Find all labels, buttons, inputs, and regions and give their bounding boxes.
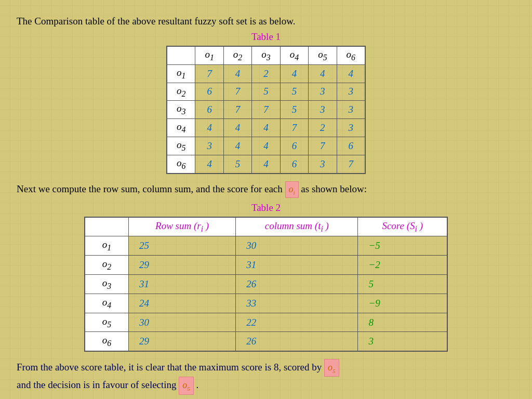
table2-corner	[85, 217, 128, 236]
table1-cell: 3	[309, 83, 337, 101]
table2-col-sum: 22	[236, 313, 358, 332]
table1-row-label: o2	[167, 83, 195, 101]
table2-row-label: o4	[85, 294, 128, 313]
footer-part1: From the above score table, it is clear …	[17, 362, 324, 373]
footer-part3: .	[194, 379, 199, 390]
table1-cell: 6	[280, 155, 308, 173]
table1-corner	[167, 46, 195, 64]
table1-title: Table 1	[17, 31, 515, 43]
footer-paragraph: From the above score table, it is clear …	[17, 359, 515, 394]
table1-row: o2675533	[167, 83, 365, 101]
main-content: The Comparison table of the above result…	[17, 16, 515, 395]
table1-cell: 3	[337, 119, 365, 137]
mid-paragraph: Next we compute the row sum, column sum,…	[17, 181, 515, 198]
table2-score: −9	[358, 294, 447, 313]
table1-header-o4: o4	[280, 46, 308, 64]
table1-cell: 3	[195, 137, 223, 155]
table1-header-o3: o3	[252, 46, 280, 64]
table1-cell: 4	[252, 155, 280, 173]
table1-cell: 4	[337, 64, 365, 83]
table1-cell: 3	[337, 83, 365, 101]
table1-row-label: o3	[167, 101, 195, 119]
table1-cell: 4	[195, 155, 223, 173]
table1-cell: 5	[280, 83, 308, 101]
mid-text-part1: Next we compute the row sum, column sum,…	[17, 183, 285, 194]
table2-row-sum: 30	[128, 313, 235, 332]
table2-score: 8	[358, 313, 447, 332]
table1-header-o5: o5	[309, 46, 337, 64]
table1-cell: 5	[280, 101, 308, 119]
table1-cell: 6	[195, 83, 223, 101]
table1-cell: 4	[195, 119, 223, 137]
table1-row: o4444723	[167, 119, 365, 137]
table1-row-label: o4	[167, 119, 195, 137]
table2-row: o530228	[85, 313, 447, 332]
table1-cell: 2	[309, 119, 337, 137]
table2-score: −5	[358, 236, 447, 256]
table2-score: 3	[358, 332, 447, 351]
table2-col-sum: 26	[236, 332, 358, 351]
table1-header-o2: o2	[223, 46, 251, 64]
table2-row-label: o5	[85, 313, 128, 332]
table1-wrapper: Table 1 o1 o2 o3 o4 o5 o6 o1742444o26755…	[17, 31, 515, 174]
footer-part2: and the decision is in favour of selecti…	[17, 379, 179, 390]
table1-row-label: o1	[167, 64, 195, 83]
o5-highlight-2: o5	[179, 377, 194, 394]
table1-cell: 5	[252, 83, 280, 101]
table2-col-sum: 26	[236, 275, 358, 294]
table2-row-sum: 29	[128, 256, 235, 275]
table2-row-label: o1	[85, 236, 128, 256]
table2-header-rowsum: Row sum (ri )	[128, 217, 235, 236]
table1-cell: 4	[223, 64, 251, 83]
table1-row: o5344676	[167, 137, 365, 155]
table2-col-sum: 31	[236, 256, 358, 275]
table2-row: o12530−5	[85, 236, 447, 256]
table1-cell: 4	[252, 137, 280, 155]
table1-row-label: o6	[167, 155, 195, 173]
table1-cell: 5	[223, 155, 251, 173]
table1-cell: 7	[223, 83, 251, 101]
table2-wrapper: Table 2 Row sum (ri ) column sum (ti ) S…	[17, 202, 515, 352]
table2-row-label: o6	[85, 332, 128, 351]
table2: Row sum (ri ) column sum (ti ) Score (Si…	[84, 217, 448, 352]
table2-row-sum: 31	[128, 275, 235, 294]
table2-row: o22931−2	[85, 256, 447, 275]
table1-row: o6454637	[167, 155, 365, 173]
table2-score: 5	[358, 275, 447, 294]
table2-header-score: Score (Si )	[358, 217, 447, 236]
table2-row-sum: 24	[128, 294, 235, 313]
table2-row: o42433−9	[85, 294, 447, 313]
table1-cell: 6	[280, 137, 308, 155]
table2-row: o629263	[85, 332, 447, 351]
oi-highlight: oi	[285, 181, 299, 198]
intro-paragraph: The Comparison table of the above result…	[17, 16, 515, 27]
table1-header-o6: o6	[337, 46, 365, 64]
table2-col-sum: 33	[236, 294, 358, 313]
mid-text-part2: as shown below:	[299, 183, 367, 194]
table2-row: o331265	[85, 275, 447, 294]
table1-cell: 7	[337, 155, 365, 173]
table1-cell: 4	[280, 64, 308, 83]
table1-cell: 2	[252, 64, 280, 83]
table1-cell: 7	[309, 137, 337, 155]
table1-cell: 7	[280, 119, 308, 137]
table1-cell: 7	[223, 101, 251, 119]
table2-col-sum: 30	[236, 236, 358, 256]
table1-cell: 4	[309, 64, 337, 83]
table1-header-row: o1 o2 o3 o4 o5 o6	[167, 46, 365, 64]
table1-cell: 4	[223, 137, 251, 155]
table1: o1 o2 o3 o4 o5 o6 o1742444o2675533o36775…	[166, 46, 366, 174]
table1-cell: 3	[309, 155, 337, 173]
table1-row: o1742444	[167, 64, 365, 83]
table2-header-row: Row sum (ri ) column sum (ti ) Score (Si…	[85, 217, 447, 236]
table2-header-colsum: column sum (ti )	[236, 217, 358, 236]
table1-cell: 3	[337, 101, 365, 119]
table1-cell: 3	[309, 101, 337, 119]
table1-cell: 6	[337, 137, 365, 155]
table2-row-label: o3	[85, 275, 128, 294]
table2-title: Table 2	[17, 202, 515, 214]
table1-cell: 7	[252, 101, 280, 119]
table1-cell: 4	[252, 119, 280, 137]
table1-row-label: o5	[167, 137, 195, 155]
table1-cell: 6	[195, 101, 223, 119]
